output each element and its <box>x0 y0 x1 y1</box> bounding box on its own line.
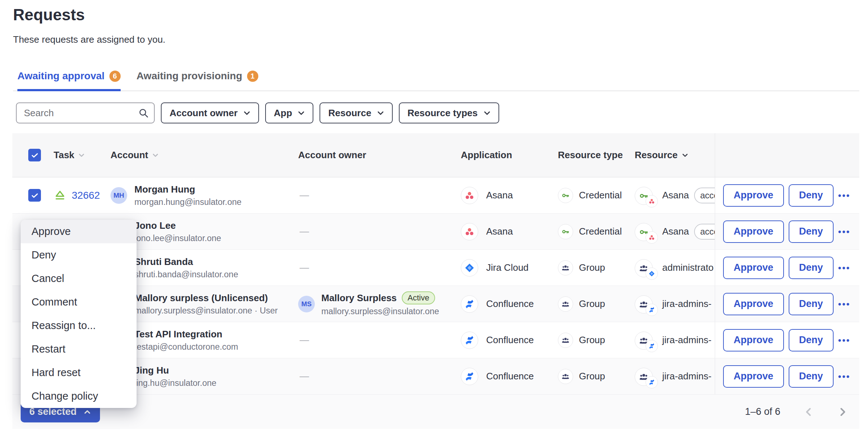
credential-icon <box>558 188 573 203</box>
filter-label: Resource <box>328 108 371 119</box>
sort-chevron-icon <box>78 152 85 159</box>
approve-button[interactable]: Approve <box>723 293 784 315</box>
asana-app-icon <box>646 195 658 207</box>
jira-app-icon <box>646 268 658 280</box>
deny-button[interactable]: Deny <box>789 329 834 351</box>
table-row: Jing Hu jing.hu@insulator.one — Confluen… <box>12 358 859 395</box>
resource-type-name: Group <box>579 298 605 309</box>
application-name: Jira Cloud <box>486 262 529 273</box>
resource-icon <box>635 220 657 244</box>
resource-icon <box>635 184 657 207</box>
chevron-down-icon <box>376 109 385 117</box>
chevron-up-icon <box>83 408 91 416</box>
resource-type-name: Group <box>579 334 605 346</box>
account-name: Morgan Hung <box>134 184 242 195</box>
account-name: Jono Lee <box>134 220 221 231</box>
credential-icon <box>558 224 573 239</box>
resource-icon <box>635 328 657 352</box>
filter-resource[interactable]: Resource <box>320 102 393 123</box>
next-page-button[interactable] <box>837 406 848 418</box>
task-link[interactable]: 32662 <box>72 190 100 201</box>
account-email: testapi@conductorone.com <box>134 342 238 352</box>
chevron-down-icon <box>243 109 251 117</box>
column-header-task[interactable]: Task <box>54 149 110 161</box>
deny-button[interactable]: Deny <box>789 184 834 207</box>
column-header-resource[interactable]: Resource <box>635 149 715 161</box>
resource-icon <box>635 292 657 316</box>
tab-awaiting-provisioning[interactable]: Awaiting provisioning 1 <box>137 70 258 90</box>
confluence-app-icon <box>646 340 658 352</box>
tab-awaiting-approval[interactable]: Awaiting approval 6 <box>17 70 121 90</box>
resource-name: jira-admins- <box>662 298 711 309</box>
owner-email: mallory.surpless@insulator.one <box>321 307 439 316</box>
more-actions-button[interactable]: ••• <box>838 371 851 382</box>
tab-label: Awaiting provisioning <box>137 70 242 82</box>
select-all-checkbox[interactable] <box>28 149 41 161</box>
approve-button[interactable]: Approve <box>723 257 784 279</box>
deny-button[interactable]: Deny <box>789 257 834 279</box>
approve-button[interactable]: Approve <box>723 329 784 351</box>
filter-account-owner[interactable]: Account owner <box>161 102 259 123</box>
more-actions-button[interactable]: ••• <box>838 263 851 273</box>
application-name: Confluence <box>486 298 534 309</box>
row-checkbox[interactable] <box>28 189 41 202</box>
account-name: Shruti Banda <box>134 256 238 268</box>
search-input[interactable] <box>23 107 138 119</box>
deny-button[interactable]: Deny <box>789 293 834 315</box>
approve-button[interactable]: Approve <box>723 220 784 243</box>
requests-table: Task Account Account owner Application R… <box>12 133 859 429</box>
menu-item-comment[interactable]: Comment <box>21 290 137 314</box>
column-header-account[interactable]: Account <box>110 149 298 161</box>
group-icon <box>558 296 573 312</box>
confluence-app-icon <box>461 332 478 349</box>
table-row: Shruti Banda shruti.banda@insulator.one … <box>12 250 859 286</box>
filter-label: App <box>274 108 292 119</box>
resource-icon <box>635 256 657 280</box>
menu-item-approve[interactable]: Approve <box>21 220 137 243</box>
table-row: Jono Lee jono.lee@insulator.one — Asana … <box>12 214 859 250</box>
approve-button[interactable]: Approve <box>723 365 784 388</box>
filter-app[interactable]: App <box>265 102 314 123</box>
owner-empty-dash: — <box>298 262 309 273</box>
menu-item-change-policy[interactable]: Change policy <box>21 384 137 408</box>
menu-item-hard-reset[interactable]: Hard reset <box>21 361 137 384</box>
asana-app-icon <box>646 231 658 244</box>
page-title: Requests <box>13 6 85 24</box>
page-subtitle: These requests are assigned to you. <box>13 34 166 45</box>
table-header-row: Task Account Account owner Application R… <box>12 133 859 177</box>
asana-app-icon <box>461 223 478 240</box>
menu-item-deny[interactable]: Deny <box>21 243 137 267</box>
tab-label: Awaiting approval <box>17 70 105 82</box>
deny-button[interactable]: Deny <box>789 365 834 388</box>
resource-name: Asana <box>662 190 689 201</box>
resource-type-name: Credential <box>579 226 622 237</box>
approve-button[interactable]: Approve <box>723 184 784 207</box>
table-row: Test API Integration testapi@conductoron… <box>12 322 859 358</box>
more-actions-button[interactable]: ••• <box>838 190 851 201</box>
resource-type-name: Group <box>579 262 605 273</box>
menu-item-cancel[interactable]: Cancel <box>21 267 137 290</box>
filter-resource-types[interactable]: Resource types <box>399 102 499 123</box>
application-name: Confluence <box>486 334 534 346</box>
column-header-application: Application <box>461 149 558 161</box>
owner-empty-dash: — <box>298 334 309 345</box>
account-name: Jing Hu <box>134 365 216 376</box>
avatar: MH <box>110 187 127 204</box>
deny-button[interactable]: Deny <box>789 220 834 243</box>
table-footer: 6 selected 1–6 of 6 <box>12 395 859 429</box>
group-icon <box>558 260 573 275</box>
menu-item-reassign-to[interactable]: Reassign to... <box>21 314 137 337</box>
column-header-account-owner: Account owner <box>298 149 461 161</box>
resource-icon <box>635 365 657 388</box>
menu-item-restart[interactable]: Restart <box>21 337 137 361</box>
previous-page-button[interactable] <box>803 406 814 418</box>
filter-label: Account owner <box>170 108 238 119</box>
account-email: jono.lee@insulator.one <box>134 233 221 243</box>
more-actions-button[interactable]: ••• <box>838 299 851 309</box>
application-name: Asana <box>486 226 513 237</box>
resource-name: administrato <box>662 262 714 273</box>
chevron-down-icon <box>483 109 491 117</box>
table-row: 32662 MH Morgan Hung morgan.hung@insulat… <box>12 177 859 214</box>
more-actions-button[interactable]: ••• <box>838 335 851 345</box>
more-actions-button[interactable]: ••• <box>838 227 851 237</box>
